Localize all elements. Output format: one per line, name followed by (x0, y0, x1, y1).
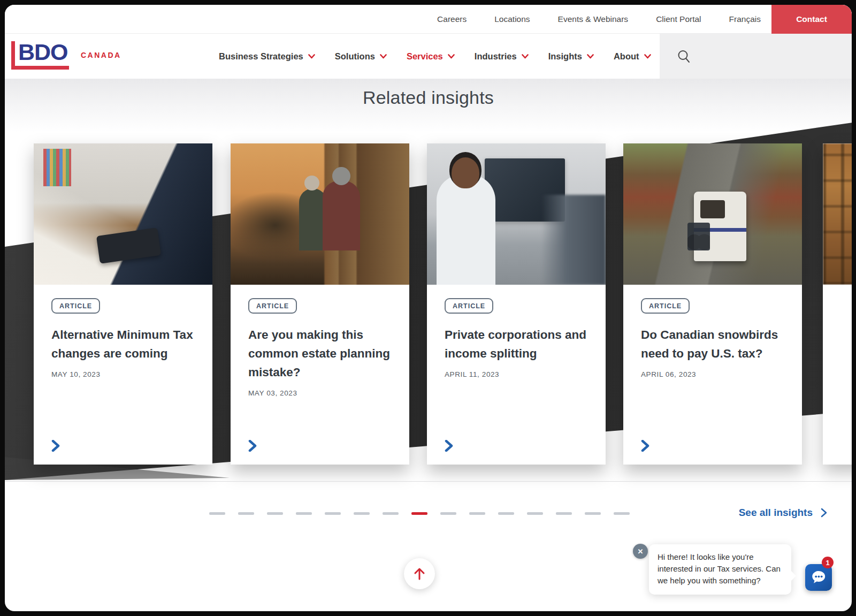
pagination-dash[interactable] (209, 512, 225, 515)
pagination-dash-active[interactable] (411, 512, 427, 515)
nav-item-insights[interactable]: Insights (548, 51, 594, 62)
chevron-down-icon (448, 54, 455, 59)
card-image-detail (96, 227, 161, 263)
pagination-dash[interactable] (614, 512, 630, 515)
nav-label: About (614, 51, 639, 62)
card-image-detail (452, 157, 479, 188)
card-image-art (231, 143, 409, 285)
canada-label[interactable]: CANADA (81, 51, 121, 59)
card-image (231, 143, 409, 285)
card-date: MAY 03, 2023 (248, 389, 392, 397)
card-image-art (623, 143, 802, 285)
chevron-down-icon (522, 54, 529, 59)
pagination-dash[interactable] (440, 512, 456, 515)
insight-card[interactable]: ARTICLE Private corporations and income … (427, 143, 606, 465)
card-image-art (823, 143, 852, 285)
pagination-dash[interactable] (556, 512, 572, 515)
card-image-detail (687, 223, 710, 250)
article-badge: ARTICLE (445, 298, 493, 314)
contact-button[interactable]: Contact (771, 5, 852, 34)
bdo-logo-underline (11, 66, 69, 70)
page: Careers Locations Events & Webinars Clie… (5, 5, 852, 611)
main-navbar: BDO CANADA Business Strategies Solutions… (5, 34, 852, 79)
nav-item-industries[interactable]: Industries (475, 51, 529, 62)
card-title[interactable]: Private corporations and income splittin… (445, 325, 588, 363)
card-image (823, 143, 852, 285)
insight-card-partial[interactable] (823, 143, 852, 465)
arrow-up-icon (414, 567, 425, 581)
chat-message-text: Hi there! It looks like you're intereste… (658, 552, 781, 585)
card-body: ARTICLE Alternative Minimum Tax changes … (34, 285, 212, 465)
chevron-right-icon (821, 508, 827, 518)
pagination-dash[interactable] (267, 512, 283, 515)
card-title[interactable]: Alternative Minimum Tax changes are comi… (51, 325, 195, 363)
card-image (427, 143, 606, 285)
card-title[interactable]: Are you making this common estate planni… (248, 325, 392, 382)
pagination-dash[interactable] (238, 512, 254, 515)
chat-message-bubble: Hi there! It looks like you're intereste… (649, 544, 791, 595)
nav-label: Industries (475, 51, 517, 62)
chat-bubble-icon (809, 568, 828, 587)
chevron-down-icon (308, 54, 315, 59)
pagination-dash[interactable] (585, 512, 601, 515)
pagination-dash[interactable] (469, 512, 485, 515)
scroll-to-top-button[interactable] (404, 558, 435, 589)
pagination-dash[interactable] (498, 512, 514, 515)
pagination-dash[interactable] (527, 512, 543, 515)
article-badge: ARTICLE (51, 298, 100, 314)
card-date: APRIL 11, 2023 (445, 370, 588, 378)
primary-nav: Business Strategies Solutions Services I… (219, 34, 651, 79)
chat-notification-badge: 1 (822, 557, 834, 568)
card-image-detail (304, 176, 319, 191)
see-all-insights-link[interactable]: See all insights (739, 507, 827, 519)
pagination (209, 512, 630, 515)
search-icon[interactable] (677, 49, 691, 63)
topbar-link-client-portal[interactable]: Client Portal (656, 14, 701, 24)
pagination-dash[interactable] (296, 512, 312, 515)
chevron-down-icon (644, 54, 651, 59)
card-image-detail (437, 174, 495, 285)
topbar-link-francais[interactable]: Français (729, 14, 761, 24)
card-image (34, 143, 212, 285)
card-image (623, 143, 802, 285)
pagination-dash[interactable] (383, 512, 399, 515)
nav-item-business-strategies[interactable]: Business Strategies (219, 51, 315, 62)
nav-label: Insights (548, 51, 582, 62)
chevron-right-icon[interactable] (641, 440, 649, 452)
chevron-right-icon[interactable] (51, 440, 60, 452)
search-panel[interactable] (660, 34, 852, 79)
pagination-dash[interactable] (325, 512, 341, 515)
card-date: APRIL 06, 2023 (641, 370, 784, 378)
card-image-detail (694, 192, 746, 261)
nav-item-services[interactable]: Services (407, 51, 455, 62)
insight-card[interactable]: ARTICLE Do Canadian snowbirds need to pa… (623, 143, 802, 465)
pagination-dash[interactable] (354, 512, 370, 515)
section-title: Related insights (5, 79, 852, 108)
topbar-link-careers[interactable]: Careers (437, 14, 467, 24)
article-badge: ARTICLE (641, 298, 690, 314)
card-image-detail (43, 149, 71, 186)
chat-close-button[interactable]: ✕ (633, 544, 648, 559)
bdo-logo[interactable]: BDO (11, 39, 70, 71)
card-title[interactable]: Do Canadian snowbirds need to pay U.S. t… (641, 325, 784, 363)
chevron-down-icon (380, 54, 387, 59)
insight-card[interactable]: ARTICLE Are you making this common estat… (231, 143, 409, 465)
top-utility-bar: Careers Locations Events & Webinars Clie… (5, 5, 852, 34)
nav-label: Business Strategies (219, 51, 303, 62)
topbar-link-locations[interactable]: Locations (494, 14, 530, 24)
card-image-detail (332, 167, 350, 185)
chevron-down-icon (587, 54, 594, 59)
nav-item-solutions[interactable]: Solutions (335, 51, 387, 62)
nav-item-about[interactable]: About (614, 51, 651, 62)
related-insights-section-header: Related insights (5, 79, 852, 132)
card-image-detail (323, 181, 360, 250)
insight-card[interactable]: ARTICLE Alternative Minimum Tax changes … (34, 143, 212, 465)
bdo-logo-text: BDO (18, 39, 68, 65)
article-badge: ARTICLE (248, 298, 297, 314)
topbar-link-events-webinars[interactable]: Events & Webinars (558, 14, 629, 24)
chevron-right-icon[interactable] (445, 440, 453, 452)
chevron-right-icon[interactable] (248, 440, 257, 452)
card-image-art (34, 143, 212, 285)
nav-label: Solutions (335, 51, 375, 62)
bdo-logo-red-bar (11, 41, 15, 67)
